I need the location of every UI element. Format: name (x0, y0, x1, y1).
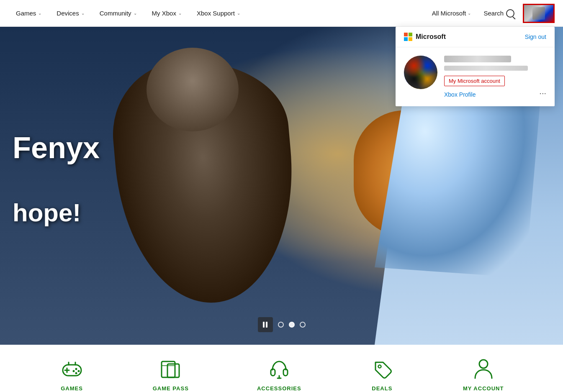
pause-button[interactable] (258, 317, 273, 332)
nav-label-devices: Devices (57, 10, 79, 17)
svg-point-16 (378, 365, 381, 368)
svg-point-17 (479, 360, 488, 368)
creature-head (147, 48, 239, 131)
games-label: GAMES (61, 385, 83, 392)
search-icon (506, 9, 514, 18)
avatar-inner (532, 7, 545, 20)
nav-left: Games ⌄ Devices ⌄ Community ⌄ My Xbox ⌄ … (8, 0, 248, 27)
svg-point-5 (72, 370, 75, 372)
ms-logo-q1 (404, 33, 408, 36)
bottom-nav-game-pass[interactable]: GAME PASS (153, 357, 189, 392)
ms-logo-q4 (409, 37, 412, 41)
microsoft-logo-grid (404, 33, 412, 41)
nav-item-xbox-support[interactable]: Xbox Support ⌄ (189, 0, 248, 27)
dropdown-body: My Microsoft account Xbox Profile ... (396, 47, 555, 106)
bottom-nav-deals[interactable]: DEALS (370, 357, 395, 392)
tag-icon (370, 357, 395, 380)
microsoft-logo: Microsoft (404, 33, 446, 41)
accessories-label: ACCESSORIES (257, 385, 301, 392)
slide-controls (258, 317, 306, 332)
user-avatar-large (404, 56, 437, 89)
bottom-nav-games[interactable]: GAMES (59, 357, 85, 392)
user-name-blurred (444, 56, 511, 62)
hero-text-line1: Fenyx (13, 131, 100, 164)
chevron-down-icon: ⌄ (38, 11, 41, 15)
gamepass-icon (158, 357, 183, 380)
pause-icon (263, 322, 267, 328)
all-microsoft-label: All Microsoft (432, 10, 466, 17)
controller-icon (59, 357, 85, 380)
bottom-nav-accessories[interactable]: ACCESSORIES (257, 357, 301, 392)
nav-label-community: Community (100, 10, 131, 17)
pause-bar-right (266, 322, 267, 328)
svg-rect-10 (167, 364, 179, 377)
user-email-blurred (444, 66, 528, 71)
my-microsoft-account-button[interactable]: My Microsoft account (444, 76, 505, 86)
nav-label-my-xbox: My Xbox (152, 10, 176, 17)
svg-point-6 (75, 372, 77, 374)
nav-label-games: Games (16, 10, 36, 17)
bottom-nav: GAMES GAME PASS ACCESSORIES (0, 345, 563, 392)
slide-dot-3[interactable] (300, 322, 306, 328)
nav-right: All Microsoft ⌄ Search (428, 4, 555, 23)
nav-label-xbox-support: Xbox Support (197, 10, 235, 17)
hero-text-line2: hope! (13, 198, 81, 227)
chevron-down-icon: ⌄ (237, 11, 240, 15)
ms-logo-q2 (409, 33, 412, 36)
chevron-down-icon: ⌄ (468, 11, 471, 15)
slide-dot-1[interactable] (278, 322, 284, 328)
nav-item-devices[interactable]: Devices ⌄ (49, 0, 92, 27)
avatar (524, 5, 553, 22)
search-label: Search (483, 10, 504, 17)
nav-item-games[interactable]: Games ⌄ (8, 0, 49, 27)
user-info: My Microsoft account Xbox Profile (444, 56, 532, 98)
user-avatar-button[interactable] (523, 4, 555, 23)
ms-logo-q3 (404, 37, 408, 41)
person-icon (471, 357, 496, 380)
svg-point-3 (75, 368, 77, 370)
avatar-pixel-art (404, 56, 437, 89)
more-options-button[interactable]: ... (539, 87, 546, 96)
nav-item-community[interactable]: Community ⌄ (92, 0, 144, 27)
chevron-down-icon: ⌄ (81, 11, 85, 15)
xbox-profile-link[interactable]: Xbox Profile (444, 91, 532, 98)
pause-bar-left (263, 322, 265, 328)
nav-item-my-xbox[interactable]: My Xbox ⌄ (144, 0, 189, 27)
slide-dot-2[interactable] (289, 322, 295, 328)
my-account-label: MY ACCOUNT (463, 385, 504, 392)
chevron-down-icon: ⌄ (134, 11, 137, 15)
all-microsoft-button[interactable]: All Microsoft ⌄ (428, 10, 476, 17)
chevron-down-icon: ⌄ (178, 11, 182, 15)
microsoft-label: Microsoft (416, 33, 446, 41)
search-button[interactable]: Search (479, 9, 519, 18)
svg-point-4 (77, 370, 80, 372)
main-nav: Games ⌄ Devices ⌄ Community ⌄ My Xbox ⌄ … (0, 0, 563, 27)
bottom-nav-my-account[interactable]: MY ACCOUNT (463, 357, 504, 392)
dropdown-header: Microsoft Sign out (396, 27, 555, 47)
sign-out-button[interactable]: Sign out (525, 33, 546, 40)
deals-label: DEALS (372, 385, 392, 392)
user-dropdown-panel: Microsoft Sign out My Microsoft account … (396, 27, 555, 106)
headset-icon (267, 357, 292, 380)
game-pass-label: GAME PASS (153, 385, 189, 392)
